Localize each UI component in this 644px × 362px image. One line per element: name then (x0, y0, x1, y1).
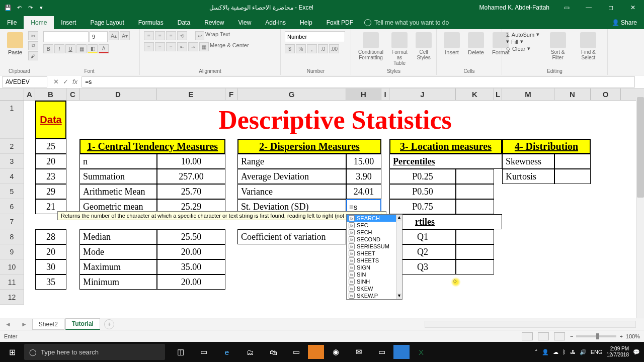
section2-header[interactable]: 2- Dispersion Measures (237, 139, 381, 154)
zoom-level[interactable]: 100% (626, 333, 640, 339)
cut-icon[interactable]: ✂ (28, 31, 38, 40)
main-title-cell[interactable]: Descriptive Statistics (79, 101, 591, 139)
col-header-A[interactable]: A (24, 88, 35, 100)
col-header-E[interactable]: E (157, 88, 225, 100)
enter-formula-icon[interactable]: ✓ (63, 78, 68, 85)
tab-review[interactable]: Review (197, 16, 231, 29)
taskbar-store-icon[interactable]: 🛍 (262, 342, 285, 362)
taskbar-edge-icon[interactable]: e (215, 342, 238, 362)
taskbar-app-5[interactable]: ▭ (285, 342, 308, 362)
autocomplete-scrollbar[interactable]: ▲▼ (396, 215, 402, 299)
taskbar-calc-icon[interactable]: ▭ (370, 342, 393, 362)
view-page-break-icon[interactable] (554, 332, 565, 340)
col-header-H[interactable]: H (346, 88, 381, 100)
percentile-value-0[interactable] (456, 169, 494, 184)
sec1-value-0[interactable]: 10.00 (157, 154, 225, 169)
fill-button[interactable]: ▾ Fill ▾ (506, 38, 542, 45)
tab-data[interactable]: Data (171, 16, 197, 29)
clear-button[interactable]: ◇ Clear ▾ (506, 45, 542, 52)
underline-button[interactable]: U (65, 44, 75, 53)
sec2-label-0[interactable]: Range (237, 154, 346, 169)
autocomplete-item-search[interactable]: fxSEARCH (347, 215, 402, 222)
tab-help[interactable]: Help (293, 16, 319, 29)
sec4-value-1[interactable] (554, 169, 591, 184)
user-name[interactable]: Mohamed K. Abdel-Fattah (473, 4, 555, 11)
col-header-O[interactable]: O (591, 88, 621, 100)
sheet-nav-prev-icon[interactable]: ◄ (0, 321, 16, 328)
autocomplete-item-sheet[interactable]: fxSHEET (347, 250, 402, 257)
bold-button[interactable]: B (43, 44, 53, 53)
autocomplete-item-skew.p[interactable]: fxSKEW.P (347, 292, 402, 299)
autocomplete-item-skew[interactable]: fxSKEW (347, 285, 402, 292)
col-header-I[interactable]: I (381, 88, 389, 100)
sec2-value-1[interactable]: 3.90 (346, 169, 381, 184)
taskbar-excel-icon[interactable]: X (410, 342, 433, 362)
tray-onedrive-icon[interactable]: ☁ (553, 349, 558, 355)
row-header-8[interactable]: 8 (0, 229, 24, 244)
shrink-font-icon[interactable]: A▾ (120, 31, 130, 40)
share-button[interactable]: 👤 Share (605, 16, 644, 29)
select-all-corner[interactable] (0, 88, 24, 100)
tab-home[interactable]: Home (24, 16, 54, 29)
format-painter-icon[interactable]: 🖌 (28, 51, 38, 60)
undo-icon[interactable]: ↶ (15, 4, 23, 12)
tray-notifications-icon[interactable]: 💬 (633, 349, 640, 355)
tab-page-layout[interactable]: Page Layout (83, 16, 131, 29)
indent-dec-icon[interactable]: ⇤ (177, 42, 187, 51)
sec1-label-0[interactable]: n (79, 154, 157, 169)
percentile-value-2[interactable] (456, 199, 494, 214)
tab-insert[interactable]: Insert (54, 16, 83, 29)
align-left-icon[interactable]: ≡ (144, 42, 154, 51)
tray-people-icon[interactable]: 👤 (542, 349, 549, 355)
font-color-button[interactable]: A (99, 44, 109, 53)
find-select-button[interactable]: Find & Select (574, 31, 603, 61)
orientation-icon[interactable]: ⟲ (177, 31, 187, 40)
number-format-combo[interactable] (285, 31, 345, 42)
data-value-cell[interactable]: 35 (35, 275, 66, 290)
row-header-9[interactable]: 9 (0, 244, 24, 259)
new-sheet-icon[interactable]: + (104, 319, 114, 329)
col-header-K[interactable]: K (456, 88, 494, 100)
conditional-formatting-button[interactable]: Conditional Formatting (355, 31, 386, 61)
sec2-value-2[interactable]: 24.01 (346, 184, 381, 199)
currency-icon[interactable]: $ (285, 44, 295, 53)
taskbar-app-10[interactable] (393, 345, 410, 359)
data-value-cell[interactable]: 28 (35, 229, 66, 244)
sec2-label-5[interactable]: Coefficient of variation (237, 229, 346, 244)
copy-icon[interactable]: ⧉ (28, 41, 38, 50)
tab-addins[interactable]: Add-ins (258, 16, 293, 29)
dec-decimal-icon[interactable]: .00 (329, 44, 339, 53)
quartile-value-1[interactable] (456, 244, 494, 259)
cancel-formula-icon[interactable]: ✕ (53, 78, 59, 85)
save-icon[interactable]: 💾 (4, 4, 12, 12)
percentile-label-1[interactable]: P0.50 (389, 184, 456, 199)
tell-me-search[interactable]: Tell me what you want to do (360, 16, 453, 29)
sheet-nav-next-icon[interactable]: ► (16, 321, 32, 328)
sec1-label-6[interactable]: Mode (79, 244, 157, 259)
align-mid-icon[interactable]: ≡ (155, 31, 165, 40)
formula-bar[interactable]: =s (82, 76, 635, 87)
data-value-cell[interactable]: 20 (35, 244, 66, 259)
autocomplete-item-sheets[interactable]: fxSHEETS (347, 257, 402, 264)
autocomplete-item-second[interactable]: fxSECOND (347, 236, 402, 243)
col-header-B[interactable]: B (35, 88, 66, 100)
percentile-value-1[interactable] (456, 184, 494, 199)
wrap-text-button[interactable]: ↩ (195, 31, 204, 40)
tray-chevron-icon[interactable]: ˄ (535, 349, 538, 355)
sec2-label-1[interactable]: Average Deviation (237, 169, 346, 184)
horizontal-scrollbar[interactable] (425, 321, 636, 328)
taskbar-chrome-icon[interactable]: ◉ (324, 342, 347, 362)
italic-button[interactable]: I (54, 44, 64, 53)
redo-icon[interactable]: ↷ (26, 4, 34, 12)
section1-header[interactable]: 1- Central Tendency Measures (79, 139, 225, 154)
row-header-5[interactable]: 5 (0, 184, 24, 199)
tray-network-icon[interactable]: 🖧 (570, 349, 576, 355)
row-header-4[interactable]: 4 (0, 169, 24, 184)
inc-decimal-icon[interactable]: .0 (318, 44, 328, 53)
align-top-icon[interactable]: ≡ (144, 31, 154, 40)
taskbar-app-6[interactable] (308, 345, 324, 359)
percentile-label-0[interactable]: P0.25 (389, 169, 456, 184)
sheet-tab-sheet2[interactable]: Sheet2 (32, 319, 64, 330)
row-header-2[interactable]: 2 (0, 139, 24, 154)
col-header-N[interactable]: N (554, 88, 591, 100)
